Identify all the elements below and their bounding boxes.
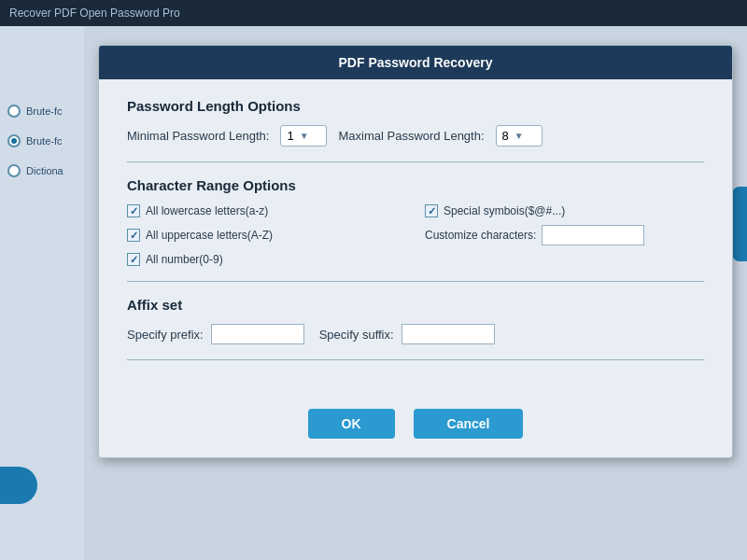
prefix-group: Specify prefix: [127, 324, 304, 344]
modal-dialog: PDF Password Recovery Password Length Op… [98, 45, 733, 458]
modal-footer: OK Cancel [99, 394, 732, 457]
max-length-label: Maximal Password Length: [338, 129, 484, 143]
title-bar: Recover PDF Open Password Pro [0, 0, 747, 26]
suffix-label: Specify suffix: [319, 328, 394, 342]
modal-body: Password Length Options Minimal Password… [99, 79, 732, 394]
max-length-arrow-icon: ▼ [514, 131, 524, 141]
min-length-value: 1 [287, 129, 293, 143]
affix-section: Affix set Specify prefix: Specify suffix… [127, 297, 704, 344]
max-length-dropdown[interactable]: 8 ▼ [496, 125, 543, 147]
sidebar-label-dictionary: Dictiona [26, 165, 63, 176]
character-range-grid: All lowercase letters(a-z) Special symbo… [127, 204, 704, 266]
checkbox-item-special: Special symbois($@#...) [425, 204, 704, 217]
cancel-button[interactable]: Cancel [414, 409, 524, 439]
sidebar-label-brute-force-1: Brute-fc [26, 105, 63, 117]
checkbox-uppercase[interactable] [127, 229, 140, 242]
checkbox-label-lowercase: All lowercase letters(a-z) [146, 204, 268, 217]
customize-input[interactable] [542, 225, 644, 245]
password-length-title: Password Length Options [127, 98, 704, 114]
modal-header: PDF Password Recovery [99, 46, 732, 79]
modal-title: PDF Password Recovery [339, 55, 493, 70]
radio-brute-force-1[interactable] [7, 105, 21, 118]
side-button[interactable] [0, 467, 37, 504]
ok-button[interactable]: OK [308, 409, 395, 439]
sidebar-item-dictionary[interactable]: Dictiona [0, 161, 84, 181]
checkbox-label-uppercase: All uppercase letters(A-Z) [146, 229, 273, 242]
min-length-dropdown[interactable]: 1 ▼ [280, 125, 327, 147]
checkbox-item-lowercase: All lowercase letters(a-z) [127, 204, 406, 217]
customize-characters-row: Customize characters: [425, 225, 704, 245]
checkbox-item-numbers: All number(0-9) [127, 253, 406, 266]
customize-label: Customize characters: [425, 229, 536, 242]
password-length-section: Password Length Options Minimal Password… [127, 98, 704, 147]
prefix-label: Specify prefix: [127, 328, 204, 342]
checkbox-lowercase[interactable] [127, 204, 140, 217]
title-bar-label: Recover PDF Open Password Pro [9, 7, 180, 20]
checkbox-label-special: Special symbois($@#...) [444, 204, 565, 217]
sidebar-item-brute-force-1[interactable]: Brute-fc [0, 101, 84, 121]
min-length-arrow-icon: ▼ [300, 131, 309, 141]
suffix-input[interactable] [402, 324, 495, 344]
character-range-title: Character Range Options [127, 177, 704, 193]
prefix-input[interactable] [211, 324, 304, 344]
affix-title: Affix set [127, 297, 704, 313]
checkbox-item-uppercase: All uppercase letters(A-Z) [127, 225, 406, 245]
radio-brute-force-2[interactable] [7, 134, 21, 147]
affix-row: Specify prefix: Specify suffix: [127, 324, 704, 344]
modal-container: PDF Password Recovery Password Length Op… [84, 26, 747, 560]
checkbox-numbers[interactable] [127, 253, 140, 266]
divider-3 [127, 359, 704, 360]
suffix-group: Specify suffix: [319, 324, 495, 344]
checkbox-label-numbers: All number(0-9) [146, 253, 223, 266]
sidebar-label-brute-force-2: Brute-fc [26, 135, 63, 147]
max-length-value: 8 [502, 129, 509, 143]
character-range-section: Character Range Options All lowercase le… [127, 177, 704, 266]
radio-dictionary[interactable] [7, 164, 21, 177]
empty-cell [425, 253, 704, 266]
password-length-row: Minimal Password Length: 1 ▼ Maximal Pas… [127, 125, 704, 147]
checkbox-special[interactable] [425, 204, 438, 217]
divider-1 [127, 161, 704, 162]
min-length-label: Minimal Password Length: [127, 129, 269, 143]
sidebar-item-brute-force-2[interactable]: Brute-fc [0, 131, 84, 151]
divider-2 [127, 281, 704, 282]
